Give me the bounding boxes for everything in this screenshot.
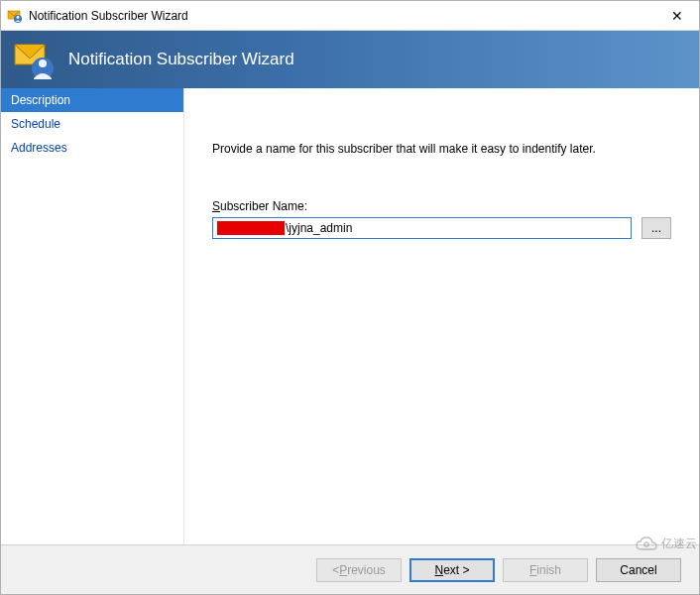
- wizard-sidebar: Description Schedule Addresses: [1, 88, 184, 544]
- close-icon: ✕: [671, 8, 683, 24]
- wizard-banner: Notification Subscriber Wizard: [1, 31, 699, 88]
- subscriber-name-input[interactable]: \jyjna_admin: [212, 217, 632, 239]
- finish-button: Finish: [503, 558, 588, 582]
- window-title: Notification Subscriber Wizard: [29, 9, 188, 23]
- banner-icon: [13, 39, 55, 80]
- wizard-content: Provide a name for this subscriber that …: [184, 88, 699, 544]
- app-icon: [7, 8, 23, 24]
- sidebar-item-description[interactable]: Description: [1, 88, 183, 112]
- titlebar: Notification Subscriber Wizard ✕: [1, 1, 699, 31]
- sidebar-item-label: Addresses: [11, 141, 67, 155]
- browse-button[interactable]: ...: [642, 217, 671, 239]
- previous-button: < Previous: [316, 558, 402, 582]
- instruction-text: Provide a name for this subscriber that …: [212, 142, 671, 156]
- subscriber-name-row: \jyjna_admin ...: [212, 217, 671, 239]
- banner-title: Notification Subscriber Wizard: [68, 50, 294, 69]
- next-button[interactable]: Next >: [409, 558, 495, 582]
- sidebar-item-addresses[interactable]: Addresses: [1, 136, 183, 160]
- sidebar-item-label: Description: [11, 93, 70, 107]
- redacted-block: [217, 221, 285, 235]
- subscriber-name-value: \jyjna_admin: [286, 221, 352, 235]
- close-button[interactable]: ✕: [654, 1, 699, 30]
- sidebar-item-label: Schedule: [11, 117, 60, 131]
- subscriber-name-label: Subscriber Name:: [212, 199, 671, 213]
- browse-label: ...: [651, 221, 661, 235]
- svg-point-2: [17, 16, 20, 19]
- cancel-button[interactable]: Cancel: [596, 558, 681, 582]
- svg-point-5: [39, 60, 47, 67]
- titlebar-left: Notification Subscriber Wizard: [7, 8, 188, 24]
- wizard-footer: < Previous Next > Finish Cancel: [1, 544, 699, 594]
- sidebar-item-schedule[interactable]: Schedule: [1, 112, 183, 136]
- wizard-body: Description Schedule Addresses Provide a…: [1, 88, 699, 544]
